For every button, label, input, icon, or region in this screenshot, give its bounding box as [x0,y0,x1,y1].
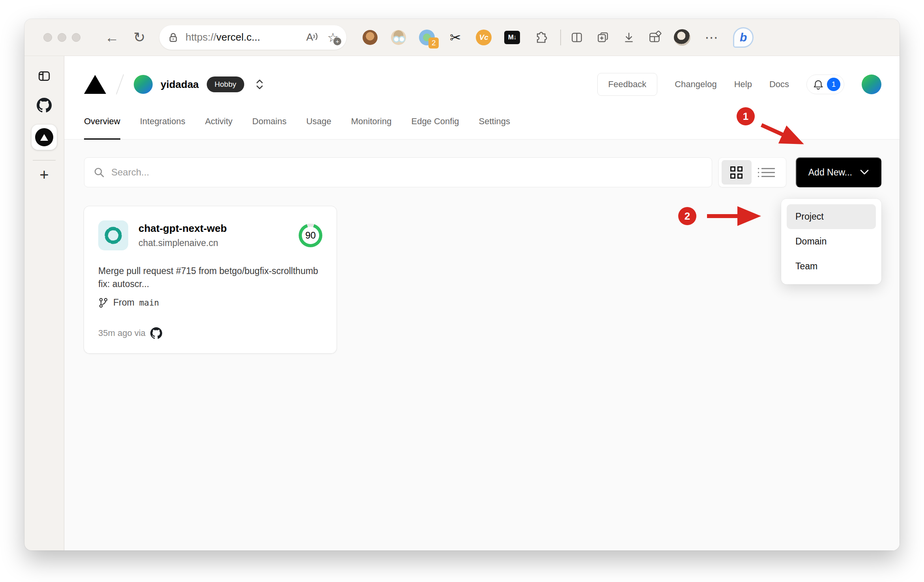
search-box [84,157,712,187]
changelog-link[interactable]: Changelog [675,79,716,90]
view-toggle [718,157,786,187]
reload-icon[interactable]: ↻ [133,30,145,45]
feedback-button[interactable]: Feedback [597,73,658,96]
back-icon[interactable]: ← [105,30,119,45]
dropdown-item-domain[interactable]: Domain [787,229,876,254]
docs-link[interactable]: Docs [769,79,789,90]
git-branch-icon [98,297,108,308]
grid-icon [730,166,743,179]
help-link[interactable]: Help [734,79,752,90]
read-aloud-icon[interactable]: A [306,31,318,43]
bell-icon [813,78,824,90]
project-card[interactable]: chat-gpt-next-web chat.simplenaive.cn 90… [84,206,337,353]
dashboard-content: Add New... [64,140,900,550]
chevron-down-icon [860,170,869,175]
github-icon [150,327,162,339]
score-ring[interactable]: 90 [299,224,322,247]
tab-overview[interactable]: Overview [84,103,120,139]
vercel-header: yidadaa Hobby Feedback Changelog Help Do… [64,56,900,140]
tab-panel-icon[interactable] [37,69,51,83]
lock-icon [167,32,179,43]
team-avatar[interactable] [134,75,153,94]
bing-chat-icon[interactable]: b [733,27,754,48]
tab-activity[interactable]: Activity [205,103,233,139]
favorite-plus-badge: + [333,37,341,45]
downloads-icon[interactable] [622,30,636,45]
vc-extension-icon[interactable]: Vc [476,30,492,45]
traffic-lights [43,33,80,42]
project-name[interactable]: chat-gpt-next-web [138,222,288,235]
openai-project-icon [98,220,128,250]
dropdown-item-team[interactable]: Team [787,254,876,279]
tampermonkey-extension-icon[interactable] [362,30,378,45]
collections-icon[interactable] [596,30,610,45]
list-view-button[interactable] [753,160,783,185]
deploy-time: 35m ago via [98,328,146,338]
commit-message: Merge pull request #715 from betgo/bugfi… [98,265,326,291]
extensions-puzzle-icon[interactable] [533,30,548,45]
team-switcher-icon[interactable] [254,78,265,91]
add-new-dropdown: Project Domain Team [781,199,881,284]
github-tab-favicon[interactable] [37,98,52,113]
user-avatar[interactable] [862,75,881,94]
new-tab-button[interactable]: + [39,167,49,183]
url-text: https://vercel.c... [185,31,306,43]
settings-more-icon[interactable]: ⋯ [705,30,719,45]
search-icon [93,166,105,178]
address-bar[interactable]: https://vercel.c... A ☆ + [159,25,346,50]
elder-avatar-extension-icon[interactable] [391,30,406,45]
scissors-extension-icon[interactable]: ✂ [447,30,463,45]
profile-avatar[interactable] [674,29,690,46]
browser-toolbar: ← ↻ https://vercel.c... A ☆ + [24,19,900,56]
workspaces-icon[interactable] [648,30,662,45]
score-value: 90 [302,227,319,244]
branch-label: From [113,297,135,308]
tab-settings[interactable]: Settings [479,103,511,139]
search-input[interactable] [111,167,703,178]
list-icon [761,168,775,177]
zoom-window-button[interactable] [72,33,80,42]
grid-view-button[interactable] [722,160,752,185]
project-domain[interactable]: chat.simplenaive.cn [138,238,288,248]
tab-monitoring[interactable]: Monitoring [351,103,392,139]
vertical-tabs-sidebar: + [24,56,64,550]
sidebar-divider [33,160,56,160]
tab-usage[interactable]: Usage [306,103,331,139]
add-new-button[interactable]: Add New... [796,157,881,187]
tab-domains[interactable]: Domains [252,103,286,139]
split-screen-icon[interactable] [570,30,584,45]
extensions-strip: 2 ✂ Vc M↓ [362,30,548,45]
team-name[interactable]: yidadaa [161,78,199,91]
browser-action-icons: ⋯ b [570,27,754,48]
extension-count-badge: 2 [428,37,439,48]
dashboard-tabs: Overview Integrations Activity Domains U… [64,103,900,140]
tab-edge-config[interactable]: Edge Config [411,103,459,139]
markdown-extension-icon[interactable]: M↓ [504,30,520,45]
notifications-button[interactable]: 1 [806,75,844,94]
toolbar-divider [560,30,561,45]
add-favorite-icon[interactable]: ☆ + [327,31,339,44]
dropdown-item-project[interactable]: Project [787,204,876,229]
notification-count-badge: 1 [827,78,840,91]
vercel-logo[interactable] [84,75,106,94]
branch-name: main [139,298,159,308]
breadcrumb-slash [116,74,124,94]
tab-integrations[interactable]: Integrations [140,103,185,139]
vercel-tab-active[interactable] [32,125,57,150]
minimize-window-button[interactable] [58,33,66,42]
vercel-page: yidadaa Hobby Feedback Changelog Help Do… [64,56,900,550]
plan-badge: Hobby [207,76,244,92]
browser-window: ← ↻ https://vercel.c... A ☆ + [24,19,900,550]
translate-extension-icon[interactable]: 2 [419,30,435,45]
vercel-favicon [35,128,53,146]
close-window-button[interactable] [43,33,52,42]
